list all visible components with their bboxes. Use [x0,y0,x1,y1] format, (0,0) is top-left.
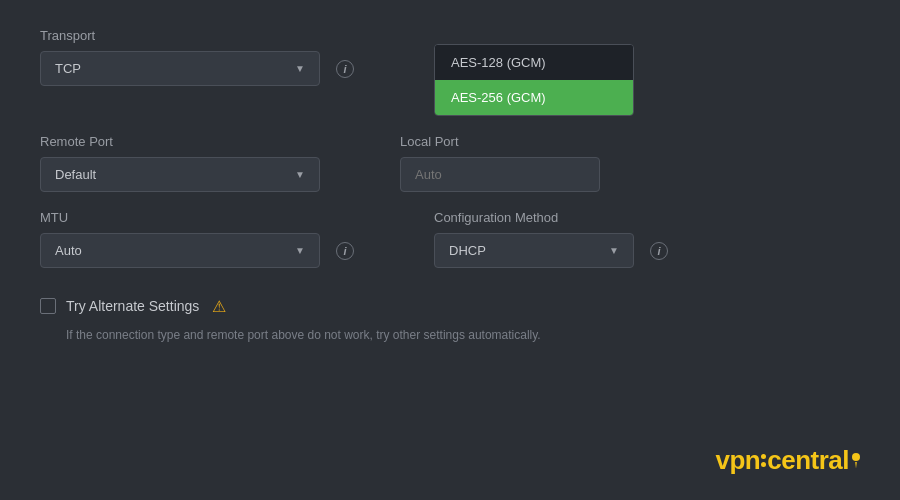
alternate-settings-section: Try Alternate Settings ⚠ If the connecti… [40,296,860,344]
mtu-value: Auto [55,243,82,258]
config-method-dropdown-container: DHCP ▼ i [434,233,668,268]
transport-dropdown-container: TCP ▼ i [40,51,354,86]
local-port-label: Local Port [400,134,600,149]
mtu-field: MTU Auto ▼ i [40,210,354,268]
row-transport-cipher: Transport TCP ▼ i AES-128 (GCM) AES-256 … [40,28,860,116]
mtu-dropdown-container: Auto ▼ i [40,233,354,268]
alternate-settings-row: Try Alternate Settings ⚠ [40,296,860,316]
cipher-popup: AES-128 (GCM) AES-256 (GCM) [434,44,634,116]
transport-arrow-icon: ▼ [295,63,305,74]
config-method-info-icon[interactable]: i [650,242,668,260]
mtu-info-icon[interactable]: i [336,242,354,260]
alternate-settings-label: Try Alternate Settings [66,298,199,314]
cipher-section: AES-128 (GCM) AES-256 (GCM) [434,24,634,116]
remote-port-dropdown[interactable]: Default ▼ [40,157,320,192]
transport-field: Transport TCP ▼ i [40,28,354,86]
settings-panel: Transport TCP ▼ i AES-128 (GCM) AES-256 … [0,0,900,500]
config-method-field: Configuration Method DHCP ▼ i [434,210,668,268]
mtu-arrow-icon: ▼ [295,245,305,256]
config-method-value: DHCP [449,243,486,258]
row-ports: Remote Port Default ▼ Local Port [40,134,860,192]
cipher-option-aes256[interactable]: AES-256 (GCM) [435,80,633,115]
row-mtu-config: MTU Auto ▼ i Configuration Method DHCP ▼… [40,210,860,268]
warning-icon: ⚠ [209,296,229,316]
transport-info-icon[interactable]: i [336,60,354,78]
transport-label: Transport [40,28,354,43]
remote-port-label: Remote Port [40,134,320,149]
alternate-settings-hint: If the connection type and remote port a… [66,326,860,344]
alternate-settings-checkbox[interactable] [40,298,56,314]
brand-pin-icon [852,453,860,469]
config-method-arrow-icon: ▼ [609,245,619,256]
remote-port-value: Default [55,167,96,182]
brand-pin-bottom [855,462,858,469]
mtu-dropdown[interactable]: Auto ▼ [40,233,320,268]
remote-port-field: Remote Port Default ▼ [40,134,320,192]
brand-separator [761,453,766,469]
branding: vpn central [716,445,861,476]
brand-dot-top [761,454,766,459]
brand-dot-bottom [761,462,766,467]
config-method-dropdown[interactable]: DHCP ▼ [434,233,634,268]
remote-port-arrow-icon: ▼ [295,169,305,180]
transport-value: TCP [55,61,81,76]
brand-central-text: central [767,445,849,476]
local-port-field: Local Port [400,134,600,192]
config-method-label: Configuration Method [434,210,668,225]
brand-vpn-text: vpn [716,445,761,476]
brand-pin-top [852,453,860,461]
transport-dropdown[interactable]: TCP ▼ [40,51,320,86]
local-port-input[interactable] [400,157,600,192]
mtu-label: MTU [40,210,354,225]
cipher-option-aes128[interactable]: AES-128 (GCM) [435,45,633,80]
